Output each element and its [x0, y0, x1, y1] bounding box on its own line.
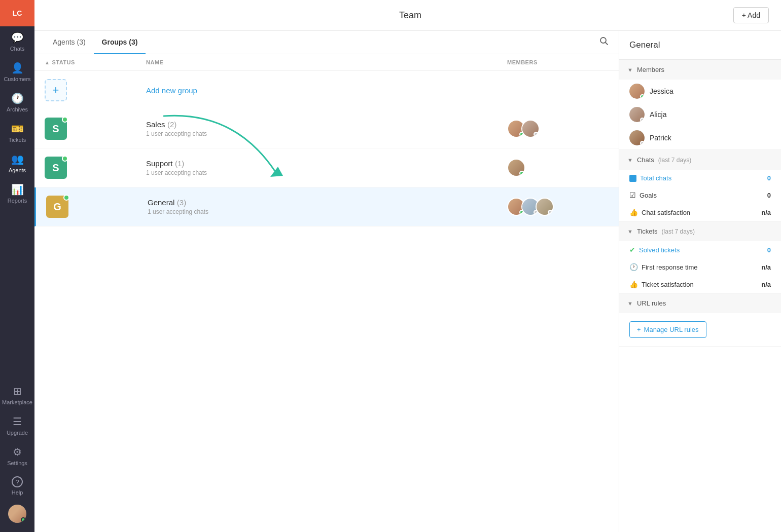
manage-url-button[interactable]: + Manage URL rules: [629, 321, 706, 338]
support-member-1: [507, 159, 525, 177]
table-row-general[interactable]: G General (3) 1 user accepting chats: [34, 187, 619, 226]
add-group-name[interactable]: Add new group: [146, 86, 507, 95]
patrick-avatar: [629, 130, 645, 145]
general-online-dot: [63, 195, 69, 201]
sales-col-info: S: [45, 118, 146, 140]
col-members-header: MEMBERS: [507, 59, 609, 65]
agents-icon: 👥: [11, 153, 24, 165]
support-online-dot: [62, 156, 68, 162]
tabs-bar: Agents (3) Groups (3): [34, 31, 619, 54]
patrick-offline-dot: [640, 141, 645, 145]
goals-value: 0: [767, 192, 771, 199]
sidebar-item-upgrade[interactable]: ☰ Upgrade: [0, 410, 34, 441]
tickets-section-header: ▼ Tickets (last 7 days): [619, 221, 781, 241]
first-response-row: 🕐 First response time n/a: [619, 258, 781, 276]
general-members-avatars: [507, 198, 609, 216]
general-subtext: 1 user accepting chats: [148, 208, 507, 215]
chats-icon: 💬: [11, 31, 24, 44]
col-status-header: ▲ STATUS: [45, 59, 146, 65]
search-icon[interactable]: [599, 36, 609, 48]
help-icon: ?: [12, 476, 23, 487]
sidebar-item-help[interactable]: ? Help: [0, 471, 34, 501]
first-response-label: 🕐 First response time: [629, 263, 698, 271]
url-rules-section: ▼ URL rules + Manage URL rules: [619, 293, 781, 347]
solved-tickets-label[interactable]: ✔ Solved tickets: [629, 246, 680, 254]
first-response-icon: 🕐: [629, 263, 638, 271]
jessica-name: Jessica: [650, 87, 673, 95]
content-area: Agents (3) Groups (3) ▲ STATUS NAME MEMB…: [34, 31, 781, 532]
jessica-avatar: [629, 84, 645, 99]
patrick-name: Patrick: [650, 134, 671, 142]
member-2-offline: [534, 132, 539, 137]
tickets-chevron-icon: ▼: [627, 229, 633, 235]
general-member-3: [536, 198, 554, 216]
page-title: Team: [399, 10, 421, 21]
url-rules-chevron-icon: ▼: [627, 300, 633, 307]
tickets-icon: 🎫: [11, 123, 24, 135]
sidebar-item-reports[interactable]: 📊 Reports: [0, 178, 34, 209]
support-members-avatars: [507, 159, 609, 177]
table-row-support[interactable]: S Support (1) 1 user accepting chats: [34, 148, 619, 187]
manage-url-plus-icon: +: [637, 326, 641, 333]
add-group-col: +: [45, 79, 146, 101]
table-area: Agents (3) Groups (3) ▲ STATUS NAME MEMB…: [34, 31, 619, 532]
add-new-group-row[interactable]: + Add new group: [34, 71, 619, 109]
chat-satisfaction-row: 👍 Chat satisfaction n/a: [619, 204, 781, 221]
sidebar-item-tickets[interactable]: 🎫 Tickets: [0, 118, 34, 148]
ticket-satisfaction-value: n/a: [761, 281, 771, 288]
general-group-icon: G: [46, 196, 68, 218]
add-group-icon: +: [45, 79, 67, 101]
general-col-info: G: [46, 196, 148, 218]
sort-arrow-icon: ▲: [45, 60, 50, 65]
col-name-header: NAME: [146, 59, 507, 65]
app-logo[interactable]: LC: [0, 0, 34, 26]
sidebar-item-settings[interactable]: ⚙ Settings: [0, 441, 34, 471]
sidebar-item-customers[interactable]: 👤 Customers: [0, 57, 34, 87]
sidebar-item-agents[interactable]: 👥 Agents: [0, 148, 34, 178]
member-row-jessica: Jessica: [619, 80, 781, 103]
customers-icon: 👤: [11, 62, 24, 74]
chats-section-header: ▼ Chats (last 7 days): [619, 150, 781, 170]
sidebar: LC 💬 Chats 👤 Customers 🕐 Archives 🎫 Tick…: [0, 0, 34, 532]
add-button[interactable]: + Add: [733, 7, 769, 23]
sales-group-icon: S: [45, 118, 67, 140]
user-avatar[interactable]: [8, 505, 26, 523]
sidebar-item-chats[interactable]: 💬 Chats: [0, 26, 34, 57]
support-group-name: Support (1): [146, 159, 507, 168]
support-member-1-online: [519, 171, 524, 176]
ticket-satisfaction-icon: 👍: [629, 280, 638, 288]
general-name-block: General (3) 1 user accepting chats: [148, 198, 507, 215]
goals-label: ☑ Goals: [629, 191, 657, 199]
archives-icon: 🕐: [11, 92, 24, 104]
sidebar-item-marketplace[interactable]: ⊞ Marketplace: [0, 380, 34, 410]
table-header: ▲ STATUS NAME MEMBERS: [34, 54, 619, 71]
alicja-avatar: [629, 107, 645, 122]
chat-satisfaction-value: n/a: [761, 209, 771, 216]
tickets-section: ▼ Tickets (last 7 days) ✔ Solved tickets…: [619, 221, 781, 293]
goals-row: ☑ Goals 0: [619, 186, 781, 204]
alicja-offline-dot: [640, 118, 645, 122]
gen-member-3-offline: [548, 210, 553, 215]
page-header: Team + Add: [34, 0, 781, 31]
chats-section: ▼ Chats (last 7 days) Total chats 0 ☑ Go…: [619, 150, 781, 221]
main-area: Team + Add Agents (3) Groups (3) ▲ ST: [34, 0, 781, 532]
support-name-block: Support (1) 1 user accepting chats: [146, 159, 507, 176]
svg-point-0: [600, 37, 606, 43]
url-rules-content: + Manage URL rules: [619, 313, 781, 346]
sales-members-avatars: [507, 120, 609, 138]
sales-name-block: Sales (2) 1 user accepting chats: [146, 120, 507, 137]
table-row-sales[interactable]: S Sales (2) 1 user accepting chats: [34, 109, 619, 148]
total-chats-label[interactable]: Total chats: [629, 174, 671, 182]
sales-online-dot: [62, 117, 68, 123]
sales-subtext: 1 user accepting chats: [146, 130, 507, 137]
tab-groups[interactable]: Groups (3): [94, 31, 146, 54]
sidebar-item-archives[interactable]: 🕐 Archives: [0, 87, 34, 118]
chat-satisfaction-icon: 👍: [629, 208, 638, 216]
member-row-patrick: Patrick: [619, 126, 781, 149]
chats-chevron-icon: ▼: [627, 157, 633, 163]
tab-agents[interactable]: Agents (3): [45, 31, 94, 54]
general-group-name: General (3): [148, 198, 507, 207]
chat-satisfaction-label: 👍 Chat satisfaction: [629, 208, 690, 216]
alicja-name: Alicja: [650, 110, 666, 119]
support-col-info: S: [45, 157, 146, 179]
